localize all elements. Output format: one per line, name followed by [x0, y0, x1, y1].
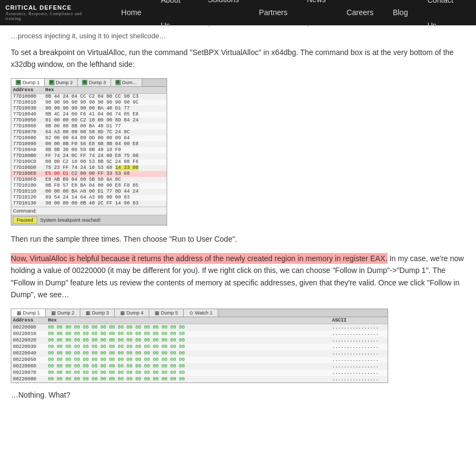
table-row: 0022006000 00 00 00 00 00 00 00 00 00 00… [11, 363, 388, 370]
table-row: 77D100A08B 8B 30 00 50 8B 49 10 F0 [11, 147, 167, 153]
table-row: 77D1001090 90 90 90 90 90 90 90 90 90 9C [11, 100, 167, 106]
logo-title: CRITICAL DEFENCE [5, 4, 95, 11]
table-row: 0022001000 00 00 00 00 00 00 00 00 00 00… [11, 331, 388, 337]
dump-icon-4: ▦ [115, 80, 121, 85]
table-row: 77D100B0FF 74 24 0C FF 74 24 08 E8 75 08 [11, 153, 167, 159]
status-paused-label: Paused [13, 216, 37, 224]
highlighted-sentence: Now, VirtualAlloc is helpful because it … [11, 253, 388, 264]
nav-item-news[interactable]: News [297, 0, 337, 39]
nav-item-partners[interactable]: Partners [249, 0, 297, 25]
table-row: 77D100608B 00 00 8B 00 BA 40 D1 77 [11, 124, 167, 129]
navigation: CRITICAL DEFENCE Assurance, Response, Co… [0, 0, 476, 25]
nav-item-home[interactable]: Home [112, 0, 151, 25]
debugger-command-label: Command: [11, 207, 167, 215]
dump-tab-4[interactable]: ▦ Dum… [111, 79, 142, 86]
table-row: 77D1011000 00 00 BA A0 00 D1 77 8D 44 24 [11, 189, 167, 195]
table-row: 77D1009000 00 8B F0 56 E8 6B 8B 04 00 E8 [11, 141, 167, 147]
table-row: 0022000000 00 00 00 00 00 00 00 00 00 00… [11, 324, 388, 331]
nothing-text: …Nothing. What? [11, 391, 465, 399]
table-row: 0022008000 00 00 00 00 00 00 00 00 00 00… [11, 376, 388, 382]
page-content: …process injecting it, using it to injec… [0, 25, 476, 415]
watch-tab-1[interactable]: ⊙ Watch 1 [184, 309, 218, 317]
table-row: 77D100F0E8 AB B9 04 00 5B 50 6A 0C [11, 177, 167, 183]
debugger-tabs-2: ▦ Dump 1 ▦ Dump 2 ▦ Dump 3 ▦ Dump 4 ▦ Du… [11, 309, 388, 317]
dump-icon-2: ▦ [49, 80, 54, 85]
debugger-screenshot-2: ▦ Dump 1 ▦ Dump 2 ▦ Dump 3 ▦ Dump 4 ▦ Du… [11, 309, 388, 383]
status-message: System breakpoint reached! [40, 217, 101, 223]
table-row: 77D100008B 44 24 04 CC C2 04 00 CC 90 C3 [11, 94, 167, 100]
nav-item-careers[interactable]: Careers [337, 0, 383, 25]
highlight-paragraph: Now, VirtualAlloc is helpful because it … [11, 252, 465, 301]
table-row: 77D1005001 00 00 00 C2 10 00 90 8D 84 24 [11, 118, 167, 124]
nav-item-blog[interactable]: Blog [383, 0, 418, 25]
dump2-tab-2[interactable]: ▦ Dump 2 [46, 309, 80, 317]
debugger-tabs-1: ▦ Dump 1 ▦ Dump 2 ▦ Dump 3 ▦ Dum… [11, 79, 167, 87]
debugger-status-bar: Paused System breakpoint reached! [11, 215, 167, 225]
logo[interactable]: CRITICAL DEFENCE Assurance, Response, Co… [5, 4, 95, 20]
debugger-header-1: Address Hex [11, 87, 167, 94]
table-row: 77D100D075 23 FF 74 24 10 53 68 14 33 08 [11, 165, 167, 171]
then-text: Then run the sample three times. Then ch… [11, 233, 465, 245]
table-row: 77D100E0E5 00 D1 C2 00 00 FF 33 53 68 [11, 171, 167, 177]
debugger-box-1: ▦ Dump 1 ▦ Dump 2 ▦ Dump 3 ▦ Dum… Addres… [11, 78, 167, 226]
debugger2-header: Address Hex ASCII [11, 317, 388, 324]
dump-icon-1: ▦ [16, 80, 21, 85]
table-row: 0022005000 00 00 00 00 00 00 00 00 00 00… [11, 357, 388, 363]
table-row: 0022007000 00 00 00 00 00 00 00 00 00 00… [11, 370, 388, 376]
table-row: 77D101008B F8 57 E8 BA 04 00 00 E8 F8 85 [11, 183, 167, 189]
table-row: 0022002000 00 00 00 00 00 00 00 00 00 00… [11, 337, 388, 344]
nav-item-contact[interactable]: Contact Us [418, 0, 471, 38]
dump2-tab-4[interactable]: ▦ Dump 4 [115, 309, 149, 317]
dump-tab-1[interactable]: ▦ Dump 1 [11, 79, 45, 86]
debugger-screenshot-1: ▦ Dump 1 ▦ Dump 2 ▦ Dump 3 ▦ Dum… Addres… [11, 78, 465, 226]
dump2-tab-3[interactable]: ▦ Dump 3 [80, 309, 115, 317]
table-row: 0022004000 00 00 00 00 00 00 00 00 00 00… [11, 350, 388, 357]
table-row: 77D1008002 00 00 64 89 0D 00 00 00 64 [11, 135, 167, 141]
dump-icon-3: ▦ [82, 80, 87, 85]
table-row: 77D1003090 90 90 90 90 00 BA 40 D1 77 [11, 106, 167, 112]
logo-subtitle: Assurance, Response, Compliance and trai… [5, 11, 95, 21]
table-row: 77D1012089 54 24 14 64 A3 00 00 00 83 [11, 195, 167, 201]
nav-item-solutions[interactable]: Solutions [198, 0, 250, 39]
table-row: 77D1007064 A3 00 00 00 58 8D 7C 24 0C [11, 129, 167, 135]
table-row: 77D100408B 4C 24 00 F6 41 04 06 74 05 E8 [11, 112, 167, 118]
table-row: 77D1013030 00 00 00 8B 40 2C FF 14 90 83 [11, 201, 167, 207]
dump-tab-3[interactable]: ▦ Dump 3 [78, 79, 111, 86]
dump2-tab-1[interactable]: ▦ Dump 1 [11, 309, 46, 317]
dump2-tab-5[interactable]: ▦ Dump 5 [149, 309, 184, 317]
dump-tab-2[interactable]: ▦ Dump 2 [45, 79, 78, 86]
body-text-1: To set a breakpoint on VirtualAlloc, run… [11, 46, 465, 71]
table-row: 77D100C000 00 C2 10 00 53 8B 5C 24 08 F6 [11, 159, 167, 165]
table-row: 0022003000 00 00 00 00 00 00 00 00 00 00… [11, 344, 388, 350]
